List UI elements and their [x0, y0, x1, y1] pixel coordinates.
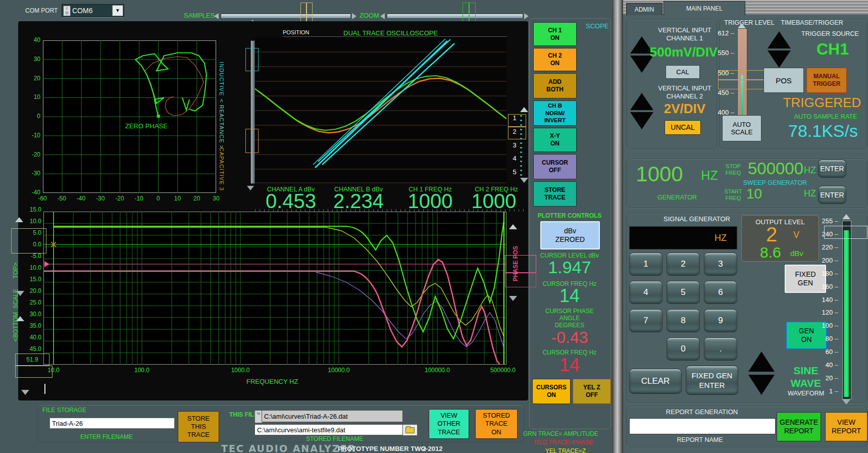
scope-scale-cursor-1[interactable] [508, 114, 526, 127]
trigger-level-cursor-1[interactable] [718, 70, 765, 80]
scale-mid-down-icon[interactable] [16, 291, 24, 296]
ch2-on-button[interactable]: CH 2 ON [533, 48, 577, 71]
ch2-gain-down-icon[interactable] [630, 112, 653, 129]
output-dbv-unit: dBv [790, 249, 803, 258]
timebase-down-icon[interactable] [768, 51, 791, 68]
ch2-gain-up-icon[interactable] [630, 93, 653, 110]
cal-button[interactable]: CAL [666, 65, 700, 79]
samples-slider-track[interactable] [221, 14, 351, 19]
view-other-trace-button[interactable]: VIEW OTHER TRACE [429, 409, 469, 439]
chb-norm-invert-button[interactable]: CH B NORM/ INVERT [533, 100, 577, 126]
yel-z-off-button[interactable]: YEL Z OFF [573, 379, 611, 404]
ch2-freq-value: 1000 [461, 192, 527, 210]
ch1-on-button[interactable]: CH 1 ON [533, 22, 577, 46]
zoom-label: ZOOM [360, 12, 379, 19]
cursor-phase-value: -0.43 [531, 329, 608, 346]
freq-entry-display[interactable]: HZ [629, 226, 737, 249]
output-level-slider[interactable] [842, 221, 851, 399]
waveform-up-icon[interactable] [748, 351, 775, 372]
xy-x-axis: -60-50-40-30-20-100102030 [33, 195, 226, 202]
tab-admin[interactable]: ADMIN [626, 3, 662, 15]
file-storage-title: FILE STORAGE [42, 407, 86, 414]
keypad-key[interactable]: 9 [704, 309, 737, 332]
store-trace-button[interactable]: STORE TRACE [533, 181, 577, 207]
keypad-key[interactable]: 6 [704, 281, 737, 304]
stored-trace-on-button[interactable]: STORED TRACE ON [475, 409, 518, 439]
keypad-key[interactable]: 3 [704, 253, 737, 276]
app-window: COM PORT IO COM6 ▼ SAMPLES ZOOM 40302010… [0, 0, 868, 453]
output-level-title: OUTPUT LEVEL [742, 217, 819, 226]
channel-b-position-handle[interactable] [245, 129, 259, 153]
cursors-on-button[interactable]: CURSORS ON [532, 379, 571, 404]
prototype-label: PROTOTYPE NUMBER TWO [338, 445, 426, 452]
keypad-key[interactable]: 7 [629, 309, 662, 332]
auto-scale-button[interactable]: AUTO SCALE [722, 115, 761, 141]
this-file-input[interactable] [262, 410, 403, 422]
report-name-input[interactable] [629, 418, 776, 434]
fixed-gen-enter-button[interactable]: FIXED GEN ENTER [686, 366, 738, 395]
waveform-down-icon[interactable] [748, 375, 775, 395]
start-freq-label: START FREQ [723, 188, 743, 202]
add-both-button[interactable]: ADD BOTH [533, 73, 577, 98]
scope-scale-cursor-2[interactable] [508, 126, 526, 139]
generate-report-button[interactable]: GENERATE REPORT [777, 412, 821, 441]
trigger-slider-top-icon[interactable] [738, 23, 746, 28]
samples-label: SAMPLES [184, 12, 215, 19]
level-down-icon[interactable] [842, 399, 850, 405]
filename-input[interactable] [49, 418, 175, 429]
keypad-key[interactable]: 5 [667, 281, 700, 304]
browse-button[interactable] [402, 424, 418, 436]
zoom-slider-track[interactable] [387, 14, 523, 19]
clear-button[interactable]: CLEAR [629, 369, 682, 394]
bottom-left-down-icon[interactable] [21, 390, 29, 395]
channel-a-position-handle[interactable] [245, 48, 259, 71]
output-level-fill [844, 230, 849, 397]
plotter-controls-title: PLOTTER CONTROLS [531, 212, 608, 219]
phase-pos-up-icon[interactable] [509, 224, 517, 229]
stop-freq-enter-button[interactable]: ENTER [818, 160, 846, 178]
samples-right-arrow-icon[interactable] [352, 13, 356, 19]
scope-scale-down-icon[interactable] [520, 178, 528, 183]
trigger-level-cursor-2[interactable] [718, 79, 765, 89]
manual-trigger-button[interactable]: MANUAL TRIGGER [806, 68, 847, 93]
phase-pos-down-icon[interactable] [509, 296, 517, 301]
scope-title: DUAL TRACE OSCILLOSCOPE [343, 29, 438, 37]
keypad-key[interactable]: 0 [667, 337, 700, 361]
stored-file-input[interactable] [254, 424, 403, 435]
tab-main-panel[interactable]: MAIN PANEL [663, 1, 745, 15]
view-report-button[interactable]: VIEW REPORT [825, 412, 867, 441]
output-volts-unit: V [793, 230, 799, 240]
start-freq-enter-button[interactable]: ENTER [818, 186, 846, 204]
channel-b-value: 2.234 [323, 192, 394, 210]
signal-keypad[interactable]: 1234567890. [629, 253, 737, 361]
zoom-left-arrow-icon[interactable] [380, 13, 385, 19]
uncal-button[interactable]: UNCAL [665, 120, 701, 135]
scope-screen [254, 37, 506, 184]
pos-button[interactable]: POS [763, 68, 804, 93]
keypad-key[interactable]: . [704, 337, 737, 361]
scale-top-label: TOP> [12, 263, 19, 278]
output-level-box: OUTPUT LEVEL 2 V 8.6 dBv [741, 215, 819, 262]
keypad-key[interactable]: 2 [667, 253, 700, 276]
cursor-off-button[interactable]: CURSOR OFF [533, 154, 577, 179]
xy-on-button[interactable]: X-Y ON [533, 128, 577, 152]
ch2-vdiv-value: 2V/DIV [654, 101, 715, 116]
keypad-key[interactable]: 4 [629, 281, 662, 304]
level-up-icon[interactable] [842, 214, 850, 219]
phase-pos-label: PHASE POS [512, 246, 519, 281]
zoom-right-arrow-icon[interactable] [524, 13, 529, 19]
output-level-handle[interactable] [824, 226, 867, 239]
keypad-key[interactable]: 1 [629, 253, 662, 276]
scale-bottom-up-icon[interactable] [16, 316, 24, 321]
timebase-up-icon[interactable] [768, 31, 791, 48]
ch1-label: VERTICAL INPUT CHANNEL 1 [654, 27, 715, 42]
dropdown-arrow-icon[interactable]: ▼ [112, 5, 123, 16]
report-name-label: REPORT NAME [665, 436, 735, 443]
scale-top-up-icon[interactable] [15, 217, 23, 222]
samples-left-arrow-icon[interactable] [214, 13, 219, 19]
keypad-key[interactable]: 8 [667, 309, 700, 332]
store-this-trace-button[interactable]: STORE THIS TRACE [178, 411, 219, 442]
scope-scale-up-icon[interactable] [520, 107, 528, 112]
dbv-zeroed-button[interactable]: dBv ZEROED [540, 221, 600, 249]
com-port-select[interactable]: IO COM6 ▼ [62, 4, 124, 17]
